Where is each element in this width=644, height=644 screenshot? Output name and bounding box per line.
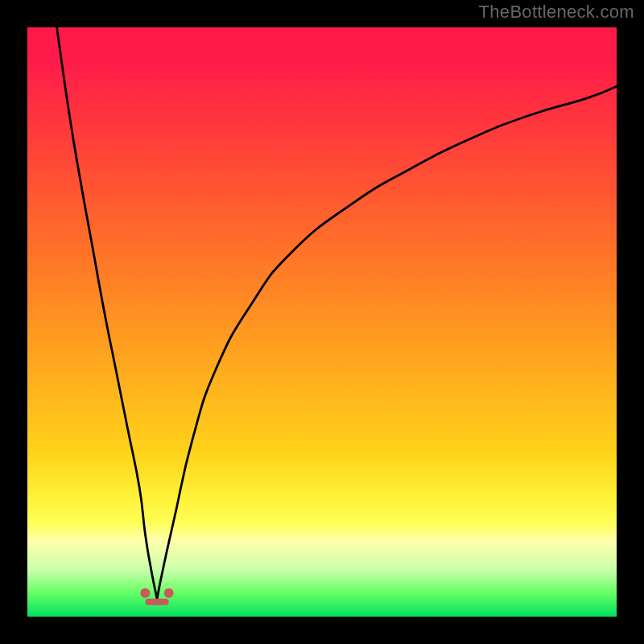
floor-dot-0 xyxy=(140,588,150,598)
bottleneck-curve xyxy=(27,27,617,617)
floor-dot-1 xyxy=(164,588,174,598)
floor-bar xyxy=(145,599,168,605)
curve-right-branch xyxy=(157,86,617,599)
curve-left-branch xyxy=(57,27,157,599)
chart-frame: TheBottleneck.com xyxy=(0,0,644,644)
curve-group xyxy=(57,27,617,599)
plot-area xyxy=(27,27,617,617)
watermark-text: TheBottleneck.com xyxy=(479,2,634,23)
